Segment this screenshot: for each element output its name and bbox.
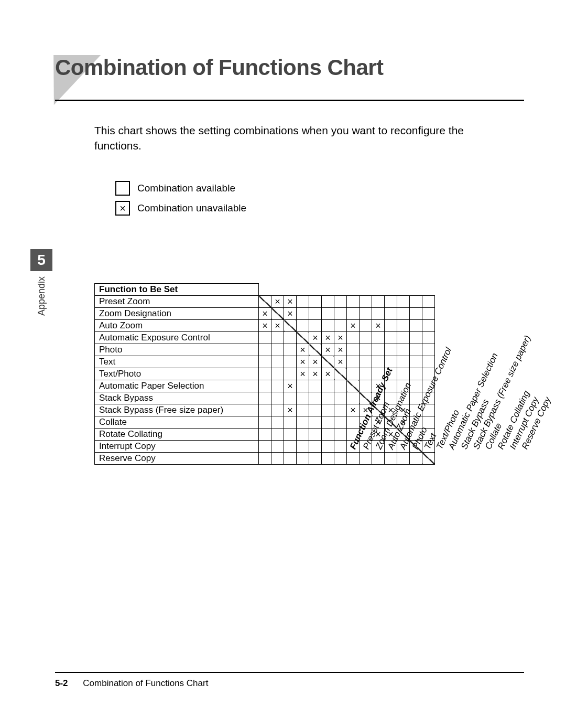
table-row: Zoom Designation×× [95,308,435,320]
row-label: Automatic Paper Selection [95,380,259,392]
row-label: Stack Bypass (Free size paper) [95,404,259,416]
chapter-label: Appendix [36,276,47,316]
row-label: Photo [95,344,259,356]
cell [271,404,284,416]
cell [259,368,271,380]
cell [422,453,435,465]
cell [334,368,347,380]
cell [309,392,322,404]
cell [347,453,360,465]
cell [322,392,334,404]
cell [259,441,271,453]
cell [309,380,322,392]
cell [360,453,372,465]
chapter-number-icon: 5 [30,249,52,271]
cell [334,416,347,429]
table-row: Reserve Copy [95,453,435,465]
cell [397,308,410,320]
cell: × [297,344,309,356]
cell: × [284,380,297,392]
cell [322,296,334,308]
cell [259,356,271,368]
cell [271,429,284,441]
cell [309,344,322,356]
cell [297,308,309,320]
cell [284,368,297,380]
cell [322,308,334,320]
row-label: Auto Zoom [95,320,259,332]
row-label: Zoom Designation [95,308,259,320]
table-row: Preset Zoom×× [95,296,435,308]
cell [259,404,271,416]
cell [322,380,334,392]
cell [297,404,309,416]
cell [271,392,284,404]
cell [410,296,422,308]
cell [309,441,322,453]
cell [372,296,385,308]
cell [271,380,284,392]
cell [309,416,322,429]
cell [334,308,347,320]
page-footer: 5-2 Combination of Functions Chart [55,672,524,689]
cell [422,296,435,308]
cell [259,392,271,404]
page-number: 5-2 [55,678,68,688]
cell [259,429,271,441]
cell: × [334,356,347,368]
cell [297,441,309,453]
row-label: Rotate Collating [95,429,259,441]
cell [297,332,309,344]
cell: × [334,344,347,356]
cell [271,356,284,368]
cell: × [259,320,271,332]
cell [259,453,271,465]
cell [397,296,410,308]
row-label: Reserve Copy [95,453,259,465]
row-label: Stack Bypass [95,392,259,404]
cell [284,356,297,368]
cell [284,332,297,344]
cell [360,308,372,320]
cell [297,453,309,465]
row-label: Text/Photo [95,368,259,380]
cell [385,296,397,308]
cell [271,332,284,344]
cell: × [309,368,322,380]
cell [410,308,422,320]
cell [259,380,271,392]
cell [397,453,410,465]
cell [334,320,347,332]
cell [360,296,372,308]
chart: Function Already SetPreset ZoomZoom Desi… [94,168,435,465]
cell [334,453,347,465]
cell [259,416,271,429]
row-label: Text [95,356,259,368]
cell [334,404,347,416]
cell: × [271,296,284,308]
cell [322,416,334,429]
cell: × [322,368,334,380]
cell: × [309,356,322,368]
cell [334,392,347,404]
cell [259,344,271,356]
cell: × [284,296,297,308]
cell [309,404,322,416]
row-label: Interrupt Copy [95,441,259,453]
cell [322,429,334,441]
cell [271,416,284,429]
cell [284,320,297,332]
cell [372,453,385,465]
cell [309,453,322,465]
cell: × [322,344,334,356]
cell [334,429,347,441]
cell: × [284,404,297,416]
rows-title: Function to Be Set [95,284,259,296]
row-label: Collate [95,416,259,429]
cell [385,308,397,320]
cell: × [297,356,309,368]
cell [334,441,347,453]
cell [347,308,360,320]
cell [322,404,334,416]
cell [259,296,271,308]
